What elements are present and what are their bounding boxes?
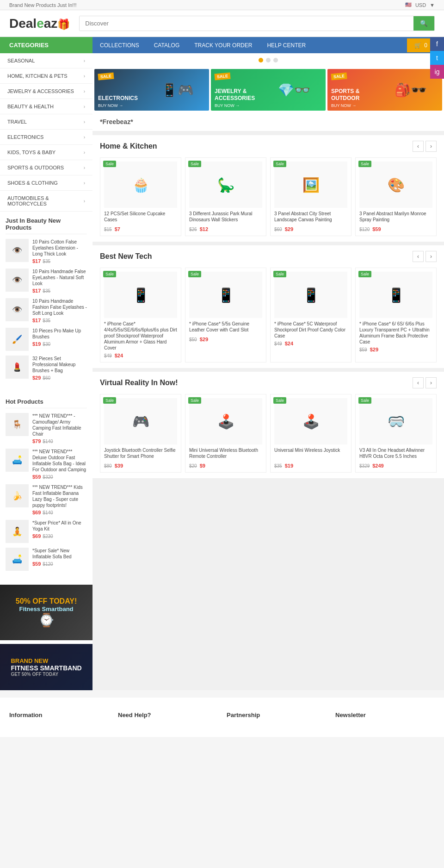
sidebar-product-prices: $19 $30 — [32, 341, 87, 347]
freebeaz-banner[interactable]: *Freebeaz* — [92, 112, 444, 131]
best-new-tech-prev[interactable]: ‹ — [413, 251, 424, 262]
nav-track-order[interactable]: TRACK YOUR ORDER — [187, 37, 259, 53]
sidebar: SEASONAL›HOME, KITCHEN & PETS›JEWELRY & … — [0, 53, 92, 690]
sidebar-product-prices: $59 $320 — [32, 474, 87, 480]
sidebar-product-item[interactable]: 💄 32 Pieces Set Professional Makeup Brus… — [6, 356, 87, 381]
sidebar-product-item[interactable]: 🛋️ *** NEW TREND*** Deluxe Outdoor Fast … — [6, 449, 87, 480]
categories-nav-label[interactable]: CATEGORIES — [0, 37, 92, 53]
sports-banner[interactable]: SALE 🎒🕶️ SPORTS &OUTDOOR BUY NOW → — [327, 69, 442, 111]
sidebar-product-old-price: $35 — [43, 259, 50, 264]
virtual-reality-prev[interactable]: ‹ — [413, 377, 424, 388]
promo-banner-2[interactable]: BRAND NEW FITNESS SMARTBAND GET 50% OFF … — [0, 644, 92, 690]
sports-banner-title: SPORTS &OUTDOOR — [331, 88, 359, 101]
sidebar-product-old-price: $30 — [43, 342, 50, 347]
carousel-dot-1[interactable] — [259, 58, 263, 62]
best-new-tech-title: Best New Tech — [100, 252, 152, 261]
product-card[interactable]: Sale 🎮 Joystick Bluetooth Controller Sel… — [100, 394, 181, 473]
search-button[interactable]: 🔍 — [413, 16, 434, 31]
sidebar-product-old-price: $120 — [43, 562, 53, 567]
product-card[interactable]: Sale 📱 * iPhone Case* 5C Waterproof Shoc… — [270, 268, 352, 362]
product-image: 🎮 — [104, 398, 177, 444]
freebeaz-label: *Freebeaz* — [100, 118, 133, 125]
sidebar-product-item[interactable]: 🍌 *** NEW TREND*** Kids Fast Inflatable … — [6, 484, 87, 515]
best-new-tech-section: Best New Tech ‹ › Sale 📱 * iPhone Case* … — [92, 245, 444, 368]
sidebar-product-info: *Super Price* All in One Yoga Kit $69 $2… — [32, 520, 87, 543]
promo-banner-1[interactable]: 50% OFF TODAY! Fitness Smartband ⌚ — [0, 585, 92, 640]
product-card[interactable]: Sale 📱 * iPhone Case* 5/5s Genuine Leath… — [185, 268, 266, 362]
search-input[interactable] — [80, 16, 413, 31]
sidebar-product-item[interactable]: 🛋️ *Super Sale* New Inflatable Sofa Bed … — [6, 548, 87, 571]
product-image: 🦕 — [189, 162, 262, 208]
sidebar-product-item[interactable]: 👁️ 10 Pairs Handmade False EyeLashes - N… — [6, 269, 87, 293]
sidebar-product-item[interactable]: 🧘 *Super Price* All in One Yoga Kit $69 … — [6, 520, 87, 543]
sports-buy-now: BUY NOW → — [331, 103, 356, 108]
sidebar-cat-7[interactable]: SPORTS & OUTDOORS› — [0, 160, 92, 175]
sidebar-product-item[interactable]: 🪑 *** NEW TREND*** - Camouflage/ Army Ca… — [6, 413, 87, 444]
logo[interactable]: Dealeaz🎁 — [9, 16, 70, 31]
sidebar-cat-5[interactable]: ELECTRONICS› — [0, 130, 92, 145]
sidebar-cat-4[interactable]: TRAVEL› — [0, 114, 92, 130]
product-card[interactable]: Sale 🥽 V3 All In One Headset Allwinner H… — [355, 394, 437, 473]
carousel-dot-2[interactable] — [266, 58, 271, 62]
nav-catalog[interactable]: CATALOG — [147, 37, 187, 53]
product-card[interactable]: Sale 🖼️ 3 Panel Abstract City Street Lan… — [270, 157, 352, 236]
home-kitchen-prev[interactable]: ‹ — [413, 141, 424, 152]
nav-collections[interactable]: COLLECTIONS — [92, 37, 147, 53]
product-prices: $20 $9 — [189, 463, 262, 468]
nav-help-center[interactable]: HELP CENTER — [259, 37, 313, 53]
sidebar-cat-1[interactable]: HOME, KITCHEN & PETS› — [0, 69, 92, 84]
sidebar-product-image: 👁️ — [6, 298, 29, 321]
product-card[interactable]: Sale 🦕 3 Different Jurassic Park Mural D… — [185, 157, 266, 236]
sidebar-product-info: *** NEW TREND*** - Camouflage/ Army Camp… — [32, 413, 87, 444]
virtual-reality-next[interactable]: › — [426, 377, 437, 388]
sidebar-product-info: 10 Pairs Handmade False EyeLashes - Natu… — [32, 269, 87, 293]
sidebar-cat-label: JEWELRY & ACCESSORIES — [7, 88, 74, 94]
chevron-right-icon: › — [84, 135, 85, 140]
sidebar-product-name: *** NEW TREND*** Deluxe Outdoor Fast Inf… — [32, 449, 87, 473]
sidebar-cat-9[interactable]: AUTOMOBILES & MOTORCYCLES› — [0, 191, 92, 212]
product-card[interactable]: Sale 📱 * iPhone Case* 6/ 6S/ 6/6s Plus L… — [355, 268, 437, 362]
electronics-banner[interactable]: SALE 📱🎮 ELECTRONICS BUY NOW → — [94, 69, 209, 111]
hot-products-list: 🪑 *** NEW TREND*** - Camouflage/ Army Ca… — [6, 413, 87, 571]
sidebar-product-info: 10 Pieces Pro Make Up Brushes $19 $30 — [32, 328, 87, 351]
sidebar-product-name: *Super Price* All in One Yoga Kit — [32, 520, 87, 532]
sale-badge: Sale — [358, 161, 371, 167]
carousel-dot-3[interactable] — [273, 58, 278, 62]
product-card[interactable]: Sale 🕹️ Mini Universal Wireless Bluetoot… — [185, 394, 266, 473]
product-card[interactable]: Sale 🧁 12 PCS/Set Silicone Cupcake Cases… — [100, 157, 181, 236]
jewelry-buy-now: BUY NOW → — [215, 103, 240, 108]
sidebar-cat-label: KIDS, TOYS & BABY — [7, 150, 56, 155]
sidebar-product-prices: $17 $35 — [32, 258, 87, 264]
search-bar: 🔍 — [79, 16, 435, 31]
virtual-reality-header: Virtual Reality In Now! ‹ › — [100, 377, 437, 388]
jewelry-banner[interactable]: SALE 💎👓 JEWELRY &ACCESSORIES BUY NOW → — [211, 69, 326, 111]
sidebar-product-info: *Super Sale* New Inflatable Sofa Bed $59… — [32, 548, 87, 571]
product-image: 📱 — [274, 272, 347, 318]
instagram-button[interactable]: ig — [430, 65, 444, 79]
facebook-button[interactable]: f — [430, 37, 444, 51]
product-card[interactable]: Sale 🕹️ Universal Mini Wireless Joystick… — [270, 394, 352, 473]
sidebar-product-old-price: $35 — [43, 288, 50, 293]
sidebar-product-item[interactable]: 🖌️ 10 Pieces Pro Make Up Brushes $19 $30 — [6, 328, 87, 351]
sidebar-cat-6[interactable]: KIDS, TOYS & BABY› — [0, 145, 92, 160]
sidebar-cat-8[interactable]: SHOES & CLOTHING› — [0, 175, 92, 191]
sidebar-cat-0[interactable]: SEASONAL› — [0, 53, 92, 69]
sidebar-cat-3[interactable]: BEAUTY & HEALTH› — [0, 99, 92, 114]
sidebar-cat-label: SHOES & CLOTHING — [7, 180, 58, 186]
product-prices: $120 $59 — [359, 226, 432, 232]
sidebar-product-item[interactable]: 👁️ 10 Pairs Cotton False Eyelashes Exten… — [6, 239, 87, 264]
sidebar-cat-2[interactable]: JEWELRY & ACCESSORIES› — [0, 84, 92, 99]
twitter-button[interactable]: t — [430, 51, 444, 65]
product-name: 3 Panel Abstract Marilyn Monroe Spray Pa… — [359, 211, 432, 225]
sidebar-product-item[interactable]: 👁️ 10 Pairs Handmade Fashion False Eyela… — [6, 298, 87, 323]
best-new-tech-next[interactable]: › — [426, 251, 437, 262]
home-kitchen-next[interactable]: › — [426, 141, 437, 152]
product-card[interactable]: Sale 📱 * iPhone Case* 4/4s/5/5s/SE/6/6s/… — [100, 268, 181, 362]
hot-products-panel: Hot Products 🪑 *** NEW TREND*** - Camouf… — [0, 393, 92, 581]
product-prices: $49 $24 — [274, 341, 347, 346]
category-list: SEASONAL›HOME, KITCHEN & PETS›JEWELRY & … — [0, 53, 92, 212]
product-card[interactable]: Sale 🎨 3 Panel Abstract Marilyn Monroe S… — [355, 157, 437, 236]
product-new-price: $12 — [200, 226, 208, 232]
currency-selector[interactable]: 🇺🇸 USD ▼ — [405, 2, 435, 8]
sidebar-product-name: *Super Sale* New Inflatable Sofa Bed — [32, 548, 87, 560]
